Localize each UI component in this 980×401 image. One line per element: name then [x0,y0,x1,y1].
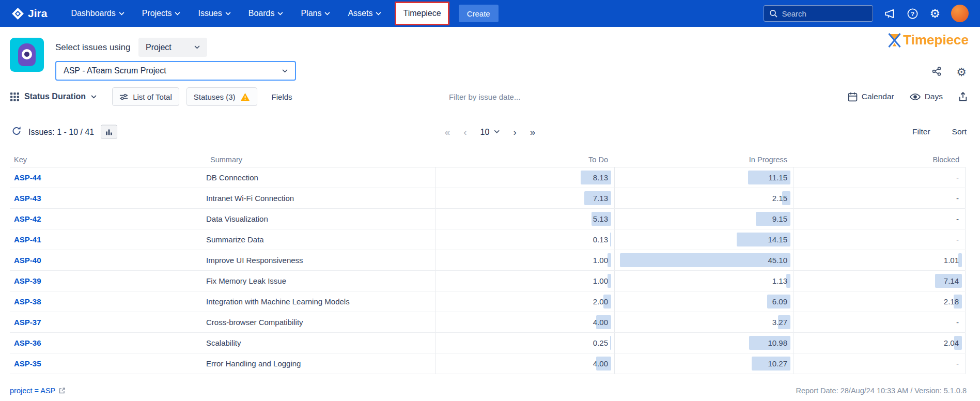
issue-key-link[interactable]: ASP-35 [10,353,206,374]
issue-key-link[interactable]: ASP-44 [10,167,206,188]
sort-button[interactable]: Sort [952,127,967,136]
issue-summary: Intranet Wi-Fi Connection [206,188,435,208]
nav-item-label: Boards [248,9,275,18]
column-header-key[interactable]: Key [10,156,206,164]
issue-key-link[interactable]: ASP-40 [10,250,206,270]
nav-item-issues[interactable]: Issues [198,9,230,18]
issue-key-link[interactable]: ASP-36 [10,333,206,353]
in-progress-duration-cell: 3.27 [614,312,794,332]
filter-button[interactable]: Filter [912,127,930,136]
issue-key-link[interactable]: ASP-39 [10,271,206,291]
table-row: ASP-39Fix Memory Leak Issue1.001.137.14 [10,271,966,291]
project-select-dropdown[interactable]: ASP - ATeam Scrum Project [55,61,296,81]
nav-item-timepiece-highlighted[interactable]: Timepiece [395,2,449,25]
previous-page-button[interactable]: ‹ [463,127,466,137]
search-icon [769,9,777,18]
table-row: ASP-43Intranet Wi-Fi Connection7.132.15- [10,188,966,209]
issue-key-link[interactable]: ASP-37 [10,312,206,332]
duration-value: - [956,194,959,203]
in-progress-duration-cell: 6.09 [614,291,794,312]
brand-name-text: Timepiece [903,32,969,48]
status-duration-table: Key Summary To Do In Progress Blocked AS… [10,152,966,374]
duration-value: - [956,359,959,368]
duration-value: - [956,318,959,327]
todo-duration-cell: 1.00 [435,271,614,291]
jql-query-link[interactable]: project = ASP [10,387,66,395]
create-button[interactable]: Create [459,5,499,22]
last-page-button[interactable]: » [530,127,536,137]
calendar-button[interactable]: Calendar [848,92,894,102]
table-row: ASP-40Improve UI Responsiveness1.0045.10… [10,250,966,271]
duration-value: 11.15 [769,173,787,182]
column-header-blocked[interactable]: Blocked [794,156,966,164]
table-row: ASP-36Scalability0.2510.982.04 [10,333,966,353]
issue-key-link[interactable]: ASP-42 [10,209,206,229]
refresh-icon[interactable] [11,126,22,138]
toolbar-right-cluster: Calendar Days [848,92,968,102]
issue-date-filter[interactable]: Filter by issue date... [449,92,520,101]
chevron-down-icon [91,95,97,99]
column-header-todo[interactable]: To Do [435,156,614,164]
page-size-dropdown[interactable]: 10 [480,127,500,136]
duration-value: 2.15 [772,194,787,203]
issue-summary: Integration with Machine Learning Models [206,291,435,312]
blocked-duration-cell: - [794,312,966,332]
chevron-down-icon [324,12,330,16]
help-icon[interactable]: ? [907,8,919,20]
settings-gear-icon[interactable]: ⚙ [929,8,940,20]
timepiece-tab-label: Timepiece [403,9,441,18]
statuses-button[interactable]: Statuses (3) [186,87,257,106]
todo-duration-cell: 1.00 [435,250,614,270]
column-header-summary[interactable]: Summary [206,156,435,164]
blocked-duration-cell: - [794,188,966,208]
announcements-megaphone-icon[interactable] [884,8,896,20]
nav-item-boards[interactable]: Boards [248,9,284,18]
duration-value: 0.13 [593,235,608,244]
issues-count-cluster: Issues: 1 - 10 / 41 [11,125,117,139]
create-button-label: Create [467,9,490,18]
first-page-button[interactable]: « [445,127,450,137]
duration-value: 1.00 [593,276,608,285]
blocked-duration-cell: - [794,209,966,229]
fields-button[interactable]: Fields [272,92,292,101]
blocked-duration-cell: 2.04 [794,333,966,353]
list-of-total-button[interactable]: List of Total [112,87,179,106]
pagination-row: Issues: 1 - 10 / 41 « ‹ 10 › » Filter So… [0,120,980,143]
issue-summary: Improve UI Responsiveness [206,250,435,270]
in-progress-duration-cell: 9.15 [614,209,794,229]
todo-duration-cell: 4.00 [435,312,614,332]
share-icon[interactable] [931,66,942,79]
report-settings-gear-icon[interactable]: ⚙ [956,67,967,78]
navbar-menu: Dashboards Projects Issues Boards Plans … [71,9,381,18]
chart-view-toggle-button[interactable] [101,125,117,139]
nav-item-label: Projects [142,9,172,18]
issue-source-value: Project [146,43,172,52]
nav-item-plans[interactable]: Plans [301,9,330,18]
issue-key-link[interactable]: ASP-43 [10,188,206,208]
warning-icon [240,92,250,101]
filter-sort-cluster: Filter Sort [912,127,967,136]
duration-value: 2.00 [593,297,608,306]
nav-item-assets[interactable]: Assets [348,9,381,18]
chevron-down-icon [119,12,125,16]
export-button[interactable] [958,92,968,102]
nav-item-projects[interactable]: Projects [142,9,181,18]
next-page-button[interactable]: › [513,127,516,137]
table-body: ASP-44DB Connection8.1311.15-ASP-43Intra… [10,167,966,374]
nav-item-dashboards[interactable]: Dashboards [71,9,124,18]
issue-source-dropdown[interactable]: Project [138,38,207,57]
column-header-in-progress[interactable]: In Progress [614,156,794,164]
view-type-dropdown[interactable]: Status Duration [10,92,97,101]
issue-key-link[interactable]: ASP-38 [10,291,206,312]
timepiece-app-icon [10,38,44,72]
global-search[interactable] [764,5,873,22]
jira-logo[interactable]: Jira [11,7,47,20]
issue-key-link[interactable]: ASP-41 [10,229,206,250]
report-footer: project = ASP Report Date: 28/Aug/24 10:… [10,387,967,395]
bar-chart-icon [105,129,113,135]
table-row: ASP-35Error Handling and Logging4.0010.2… [10,353,966,374]
issue-summary: Summarize Data [206,229,435,250]
search-input[interactable] [782,9,867,18]
days-unit-button[interactable]: Days [910,92,943,101]
user-avatar[interactable] [951,5,969,22]
